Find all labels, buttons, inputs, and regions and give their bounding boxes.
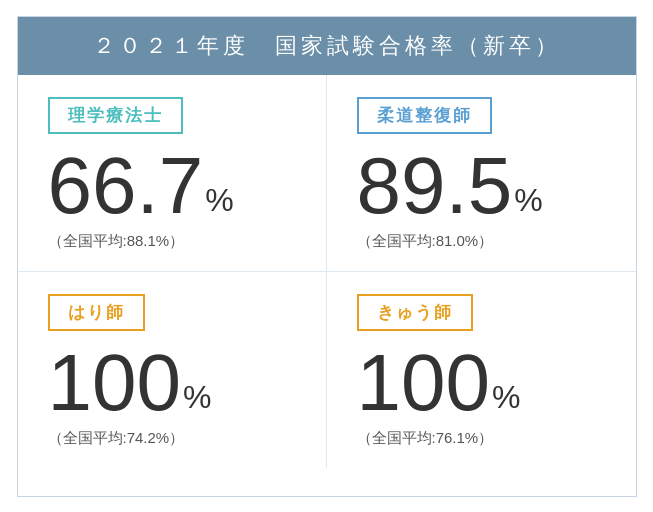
avg-acupuncture: （全国平均:74.2%）	[48, 429, 185, 448]
avg-moxibustion: （全国平均:76.1%）	[357, 429, 494, 448]
header-title: ２０２１年度 国家試験合格率（新卒）	[93, 33, 561, 58]
rate-judo-therapist: 89.5%	[357, 146, 543, 226]
label-judo-therapist: 柔道整復師	[357, 97, 492, 134]
cell-judo-therapist: 柔道整復師 89.5% （全国平均:81.0%）	[327, 75, 636, 272]
cell-moxibustion: きゅう師 100% （全国平均:76.1%）	[327, 272, 636, 468]
stats-grid: 理学療法士 66.7% （全国平均:88.1%） 柔道整復師 89.5% （全国…	[18, 75, 636, 468]
cell-physical-therapist: 理学療法士 66.7% （全国平均:88.1%）	[18, 75, 327, 272]
rate-acupuncture: 100%	[48, 343, 212, 423]
stats-card: ２０２１年度 国家試験合格率（新卒） 理学療法士 66.7% （全国平均:88.…	[17, 16, 637, 497]
pct-physical-therapist: %	[205, 184, 233, 216]
label-acupuncture: はり師	[48, 294, 145, 331]
pct-moxibustion: %	[492, 381, 520, 413]
label-physical-therapist: 理学療法士	[48, 97, 183, 134]
cell-acupuncture: はり師 100% （全国平均:74.2%）	[18, 272, 327, 468]
avg-judo-therapist: （全国平均:81.0%）	[357, 232, 494, 251]
pct-acupuncture: %	[183, 381, 211, 413]
rate-physical-therapist: 66.7%	[48, 146, 234, 226]
avg-physical-therapist: （全国平均:88.1%）	[48, 232, 185, 251]
card-header: ２０２１年度 国家試験合格率（新卒）	[18, 17, 636, 75]
rate-moxibustion: 100%	[357, 343, 521, 423]
pct-judo-therapist: %	[514, 184, 542, 216]
label-moxibustion: きゅう師	[357, 294, 473, 331]
